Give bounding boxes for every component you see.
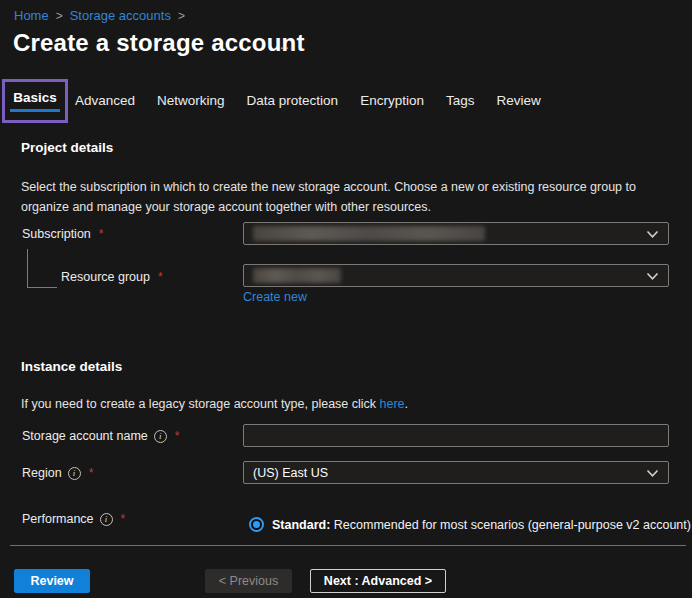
breadcrumb-separator: > (56, 9, 63, 23)
required-asterisk: * (89, 466, 94, 480)
resource-group-dropdown[interactable] (243, 264, 669, 287)
required-asterisk: * (175, 429, 180, 443)
breadcrumb-link-home[interactable]: Home (14, 8, 49, 23)
subscription-label-text: Subscription (22, 227, 91, 241)
tab-strip: Basics Advanced Networking Data protecti… (2, 79, 541, 123)
performance-option-text: Standard: Recommended for most scenarios… (272, 518, 691, 532)
review-button[interactable]: Review (14, 569, 90, 593)
radio-selected-icon (249, 517, 264, 532)
region-value: (US) East US (253, 466, 328, 480)
performance-label-text: Performance (22, 512, 94, 526)
region-label-text: Region (22, 466, 62, 480)
redacted-subscription-value (253, 226, 485, 241)
chevron-down-icon (646, 272, 659, 281)
performance-label: Performance i* (22, 512, 125, 526)
storage-account-name-label: Storage account name i* (22, 429, 179, 443)
info-icon[interactable]: i (154, 430, 167, 443)
legacy-note-text: If you need to create a legacy storage a… (21, 397, 380, 411)
tab-tags[interactable]: Tags (446, 93, 475, 108)
section-heading-project-details: Project details (21, 140, 113, 155)
legacy-here-link[interactable]: here (380, 397, 405, 411)
storage-account-name-input[interactable] (243, 424, 669, 447)
breadcrumb-link-storage-accounts[interactable]: Storage accounts (70, 8, 171, 23)
performance-standard-radio[interactable]: Standard: Recommended for most scenarios… (249, 517, 691, 532)
breadcrumb-separator: > (178, 9, 185, 23)
redacted-resource-group-value (253, 268, 341, 283)
next-advanced-button[interactable]: Next : Advanced > (310, 569, 446, 593)
performance-option-bold: Standard: (272, 518, 330, 532)
tree-connector-line (27, 249, 57, 288)
breadcrumb: Home > Storage accounts > (14, 8, 185, 23)
tab-networking[interactable]: Networking (157, 93, 225, 108)
legacy-account-note: If you need to create a legacy storage a… (21, 397, 408, 411)
required-asterisk: * (121, 512, 126, 526)
subscription-dropdown[interactable] (243, 222, 669, 245)
chevron-down-icon (646, 230, 659, 239)
tab-advanced[interactable]: Advanced (75, 93, 135, 108)
required-asterisk: * (99, 227, 104, 241)
annotation-highlight-box: Basics (2, 79, 68, 123)
resource-group-label-text: Resource group (61, 270, 150, 284)
tab-basics[interactable]: Basics (10, 90, 60, 112)
performance-option-rest: Recommended for most scenarios (general-… (330, 518, 691, 532)
legacy-note-period: . (405, 397, 408, 411)
previous-button[interactable]: < Previous (205, 569, 292, 593)
region-label: Region i* (22, 466, 93, 480)
info-icon[interactable]: i (68, 467, 81, 480)
required-asterisk: * (158, 270, 163, 284)
resource-group-label: Resource group* (61, 270, 163, 284)
section-heading-instance-details: Instance details (21, 359, 122, 374)
subscription-label: Subscription* (22, 227, 103, 241)
project-details-description: Select the subscription in which to crea… (21, 177, 677, 217)
region-dropdown[interactable]: (US) East US (243, 461, 669, 484)
page-title: Create a storage account (13, 29, 305, 57)
tab-data-protection[interactable]: Data protection (247, 93, 339, 108)
tab-encryption[interactable]: Encryption (360, 93, 424, 108)
tab-review[interactable]: Review (496, 93, 540, 108)
create-new-link[interactable]: Create new (243, 290, 307, 304)
more-options-icon[interactable]: ... (280, 36, 295, 52)
footer-divider (10, 545, 686, 546)
info-icon[interactable]: i (100, 513, 113, 526)
storage-account-name-label-text: Storage account name (22, 429, 148, 443)
chevron-down-icon (646, 469, 659, 478)
